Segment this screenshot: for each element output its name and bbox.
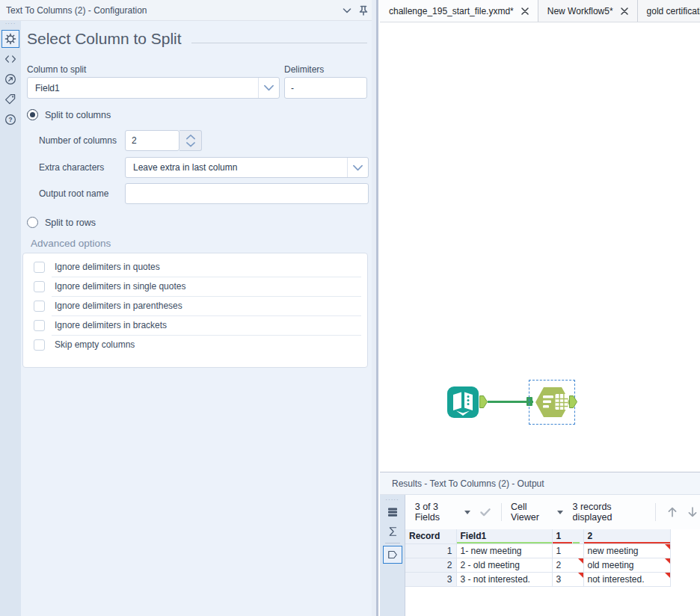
table-row: 22 - old meeting2old meeting xyxy=(405,558,670,572)
chevron-down-icon xyxy=(264,84,274,91)
output-anchor[interactable] xyxy=(569,395,577,408)
advanced-option-row[interactable]: Skip empty columns xyxy=(23,335,367,354)
column-to-split-dropdown[interactable]: Field1 xyxy=(27,77,280,99)
sidebar-item-help[interactable]: ? xyxy=(1,111,19,129)
split-to-columns-radio[interactable]: Split to columns xyxy=(27,109,111,120)
number-of-columns-label: Number of columns xyxy=(39,135,117,146)
apply-fields-button[interactable] xyxy=(479,505,492,519)
number-of-columns-stepper[interactable] xyxy=(179,130,202,151)
configuration-panel: Text To Columns (2) - Configuration ···· xyxy=(0,0,378,616)
data-cell[interactable]: 3 - not interested. xyxy=(456,572,552,586)
alteryx-designer-window: Text To Columns (2) - Configuration ···· xyxy=(0,0,700,616)
checkbox-unchecked[interactable] xyxy=(34,301,45,312)
results-header[interactable]: Results - Text To Columns (2) - Output xyxy=(380,472,700,495)
output-anchor[interactable] xyxy=(479,395,488,408)
data-cell-flagged[interactable]: 2 xyxy=(552,558,583,572)
column-to-split-label: Column to split xyxy=(27,64,86,75)
caret-down-icon xyxy=(464,511,470,514)
close-icon[interactable] xyxy=(621,7,628,15)
table-header-row: RecordField112 xyxy=(405,529,670,543)
next-record-button[interactable] xyxy=(685,505,700,520)
advanced-option-row[interactable]: Ignore delimiters in single quotes xyxy=(23,277,367,296)
data-cell[interactable]: 1- new meeting xyxy=(456,543,552,558)
cell-viewer-label: Cell Viewer xyxy=(511,502,553,523)
checkbox-unchecked[interactable] xyxy=(34,339,45,351)
previous-record-button[interactable] xyxy=(665,505,680,520)
table-rows-view-button[interactable] xyxy=(383,503,402,521)
data-cell-flagged[interactable]: old meeting xyxy=(583,558,670,572)
workflow-canvas[interactable] xyxy=(380,22,700,472)
dropdown-button[interactable] xyxy=(258,78,279,98)
data-cell-flagged[interactable]: 3 xyxy=(552,572,583,586)
fields-filter-dropdown[interactable]: 3 of 3 Fields xyxy=(415,502,470,523)
column-header-record[interactable]: Record xyxy=(405,529,456,543)
checkmark-icon xyxy=(479,505,492,519)
workflow-tab[interactable]: gold certification xyxy=(638,0,700,22)
text-to-columns-tool[interactable] xyxy=(534,384,571,420)
record-number-cell[interactable]: 1 xyxy=(405,543,456,558)
advanced-option-label: Ignore delimiters in single quotes xyxy=(55,281,185,292)
toolbar-separator xyxy=(655,503,656,521)
workflow-tab[interactable]: challenge_195_start_file.yxmd* xyxy=(380,0,538,22)
delimiters-input[interactable] xyxy=(284,77,367,99)
advanced-option-label: Skip empty columns xyxy=(55,339,135,350)
configuration-body: Select Column to Split Column to split F… xyxy=(21,21,372,616)
panel-grip[interactable]: ····· xyxy=(380,495,405,502)
advanced-option-row[interactable]: Ignore delimiters in quotes xyxy=(23,257,367,277)
column-header-2[interactable]: 2 xyxy=(583,529,670,543)
record-number-cell[interactable]: 3 xyxy=(405,572,456,586)
data-cell-flagged[interactable]: new meeting xyxy=(583,543,670,558)
checkbox-unchecked[interactable] xyxy=(34,281,45,292)
advanced-option-row[interactable]: Ignore delimiters in parentheses xyxy=(23,296,367,315)
cell-viewer-dropdown[interactable]: Cell Viewer xyxy=(511,502,563,523)
column-header-1[interactable]: 1 xyxy=(552,529,583,543)
sidebar-item-tag[interactable] xyxy=(1,90,19,108)
sidebar-item-configuration[interactable] xyxy=(1,30,19,48)
panel-grip[interactable]: ···· xyxy=(0,21,21,28)
radio-selected[interactable] xyxy=(27,109,38,120)
advanced-option-label: Ignore delimiters in quotes xyxy=(55,262,160,272)
sigma-metadata-icon xyxy=(386,525,399,538)
advanced-option-label: Ignore delimiters in brackets xyxy=(55,320,167,330)
panel-splitter[interactable] xyxy=(376,0,378,616)
chevron-down-icon xyxy=(341,4,353,16)
advanced-options-group: Ignore delimiters in quotesIgnore delimi… xyxy=(22,253,368,368)
advanced-option-row[interactable]: Ignore delimiters in brackets xyxy=(23,315,367,335)
number-of-columns-input[interactable] xyxy=(125,130,179,151)
configuration-titlebar: Text To Columns (2) - Configuration xyxy=(0,0,378,21)
radio-unselected[interactable] xyxy=(27,217,38,228)
section-heading: Select Column to Split xyxy=(27,30,182,48)
dropdown-button[interactable] xyxy=(347,158,368,177)
data-cell-flagged[interactable]: not interested. xyxy=(583,572,670,586)
sidebar-item-performance[interactable] xyxy=(1,70,19,88)
sidebar-item-annotation[interactable] xyxy=(1,50,19,68)
heading-rule xyxy=(191,43,367,43)
caret-down-icon xyxy=(557,511,563,514)
close-icon[interactable] xyxy=(521,7,529,15)
workflow-tab[interactable]: New Workflow5* xyxy=(538,0,638,22)
collapse-panel-button[interactable] xyxy=(339,2,355,19)
record-number-cell[interactable]: 2 xyxy=(405,558,456,572)
output-root-name-label: Output root name xyxy=(39,188,108,199)
results-table-container: RecordField11211- new meeting1new meetin… xyxy=(405,529,700,616)
chevron-down-icon xyxy=(186,142,195,147)
data-cell[interactable]: 2 - old meeting xyxy=(456,558,552,572)
extra-characters-value: Leave extra in last column xyxy=(126,162,347,173)
data-view-button[interactable] xyxy=(383,546,402,564)
checkbox-unchecked[interactable] xyxy=(34,320,45,331)
split-to-rows-radio[interactable]: Split to rows xyxy=(27,217,96,228)
help-icon: ? xyxy=(4,113,17,126)
gear-icon xyxy=(4,32,17,46)
checkbox-unchecked[interactable] xyxy=(34,262,45,273)
extra-characters-dropdown[interactable]: Leave extra in last column xyxy=(125,157,369,178)
pin-panel-button[interactable] xyxy=(355,2,372,19)
input-data-tool[interactable] xyxy=(446,386,479,419)
metadata-view-button[interactable] xyxy=(383,523,402,540)
chevron-up-icon xyxy=(186,135,195,140)
results-table: RecordField11211- new meeting1new meetin… xyxy=(405,529,671,587)
fields-summary: 3 of 3 Fields xyxy=(415,502,460,523)
column-header-field1[interactable]: Field1 xyxy=(456,529,552,543)
tool-data-icon xyxy=(386,548,399,561)
output-root-name-input[interactable] xyxy=(125,183,369,204)
data-cell[interactable]: 1 xyxy=(552,543,583,558)
